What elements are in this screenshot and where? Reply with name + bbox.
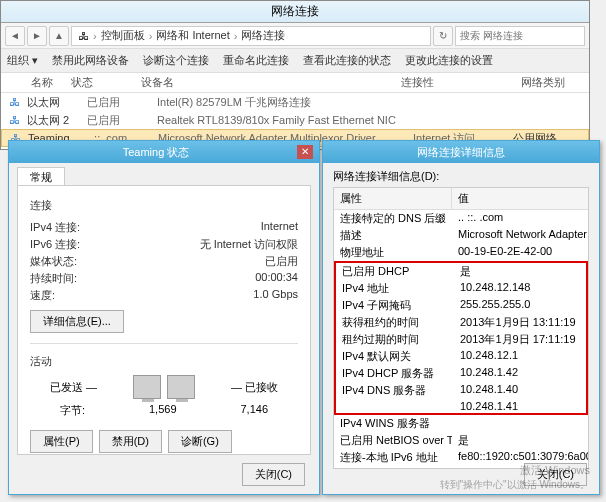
dialog-title-bar: 网络连接详细信息 bbox=[323, 141, 599, 163]
list-item[interactable]: 🖧 以太网 2 已启用 Realtek RTL8139/810x Family … bbox=[1, 111, 589, 129]
tab-general[interactable]: 常规 bbox=[17, 167, 65, 185]
rows-after: IPv4 WINS 服务器已启用 NetBIOS over Tc...是连接-本… bbox=[334, 415, 588, 469]
table-row[interactable]: IPv4 DHCP 服务器10.248.1.42 bbox=[336, 365, 586, 382]
rows-before: 连接特定的 DNS 后缀.. ::. .com描述Microsoft Netwo… bbox=[334, 210, 588, 261]
connection-details-dialog: 网络连接详细信息 网络连接详细信息(D): 属性 值 连接特定的 DNS 后缀.… bbox=[322, 140, 600, 495]
diagnose-conn[interactable]: 诊断这个连接 bbox=[143, 53, 209, 68]
table-row[interactable]: IPv4 默认网关10.248.12.1 bbox=[336, 348, 586, 365]
list-item[interactable]: 🖧 以太网 已启用 Intel(R) 82579LM 千兆网络连接 bbox=[1, 93, 589, 111]
table-row[interactable]: 物理地址00-19-E0-2E-42-00 bbox=[334, 244, 588, 261]
table-row[interactable]: IPv4 地址10.248.12.148 bbox=[336, 280, 586, 297]
close-button[interactable]: 关闭(C) bbox=[242, 463, 305, 486]
diagnose-button[interactable]: 诊断(G) bbox=[168, 430, 232, 453]
connection-list: 🖧 以太网 已启用 Intel(R) 82579LM 千兆网络连接 🖧 以太网 … bbox=[1, 93, 589, 147]
table-row[interactable]: IPv4 子网掩码255.255.255.0 bbox=[336, 297, 586, 314]
properties-button[interactable]: 属性(P) bbox=[30, 430, 93, 453]
activity-icon bbox=[133, 375, 195, 399]
disable-device[interactable]: 禁用此网络设备 bbox=[52, 53, 129, 68]
table-row[interactable]: IPv4 WINS 服务器 bbox=[334, 415, 588, 432]
nav-toolbar: ◄ ► ▲ 🖧 › 控制面板 › 网络和 Internet › 网络连接 ↻ bbox=[1, 23, 589, 49]
table-row[interactable]: IPv4 DNS 服务器10.248.1.40 bbox=[336, 382, 586, 399]
teaming-status-dialog: Teaming 状态 ✕ 常规 连接 IPv4 连接:Internet IPv6… bbox=[8, 140, 320, 495]
search-input[interactable] bbox=[455, 26, 585, 46]
table-row[interactable]: 租约过期的时间2013年1月9日 17:11:19 bbox=[336, 331, 586, 348]
close-button[interactable]: 关闭(C) bbox=[524, 463, 587, 486]
details-button[interactable]: 详细信息(E)... bbox=[30, 310, 124, 333]
network-icon: 🖧 bbox=[1, 114, 27, 126]
view-status[interactable]: 查看此连接的状态 bbox=[303, 53, 391, 68]
table-row[interactable]: 连接特定的 DNS 后缀.. ::. .com bbox=[334, 210, 588, 227]
table-row[interactable]: 已启用 NetBIOS over Tc...是 bbox=[334, 432, 588, 449]
breadcrumb[interactable]: 🖧 › 控制面板 › 网络和 Internet › 网络连接 bbox=[71, 26, 431, 46]
network-connections-window: 网络连接 ◄ ► ▲ 🖧 › 控制面板 › 网络和 Internet › 网络连… bbox=[0, 0, 590, 150]
table-row[interactable]: 10.248.1.41 bbox=[336, 399, 586, 413]
change-settings[interactable]: 更改此连接的设置 bbox=[405, 53, 493, 68]
disable-button[interactable]: 禁用(D) bbox=[99, 430, 162, 453]
table-row[interactable]: 描述Microsoft Network Adapter Multiplexor bbox=[334, 227, 588, 244]
table-row[interactable]: 获得租约的时间2013年1月9日 13:11:19 bbox=[336, 314, 586, 331]
command-bar: 组织 ▾ 禁用此网络设备 诊断这个连接 重命名此连接 查看此连接的状态 更改此连… bbox=[1, 49, 589, 73]
details-table: 属性 值 连接特定的 DNS 后缀.. ::. .com描述Microsoft … bbox=[333, 187, 589, 469]
general-panel: 连接 IPv4 连接:Internet IPv6 连接:无 Internet 访… bbox=[17, 185, 311, 455]
organize-menu[interactable]: 组织 ▾ bbox=[7, 53, 38, 68]
forward-button[interactable]: ► bbox=[27, 26, 47, 46]
back-button[interactable]: ◄ bbox=[5, 26, 25, 46]
table-row[interactable]: 已启用 DHCP是 bbox=[336, 263, 586, 280]
network-icon: 🖧 bbox=[1, 96, 27, 108]
dialog-title-bar: Teaming 状态 ✕ bbox=[9, 141, 319, 163]
tab-bar: 常规 bbox=[9, 163, 319, 185]
breadcrumb-icon: 🖧 bbox=[78, 30, 89, 42]
refresh-button[interactable]: ↻ bbox=[433, 26, 453, 46]
close-icon[interactable]: ✕ bbox=[297, 145, 313, 159]
highlighted-rows: 已启用 DHCP是IPv4 地址10.248.12.148IPv4 子网掩码25… bbox=[334, 261, 588, 415]
rename-conn[interactable]: 重命名此连接 bbox=[223, 53, 289, 68]
window-title: 网络连接 bbox=[1, 1, 589, 23]
up-button[interactable]: ▲ bbox=[49, 26, 69, 46]
column-headers: 名称 状态 设备名 连接性 网络类别 bbox=[1, 73, 589, 93]
